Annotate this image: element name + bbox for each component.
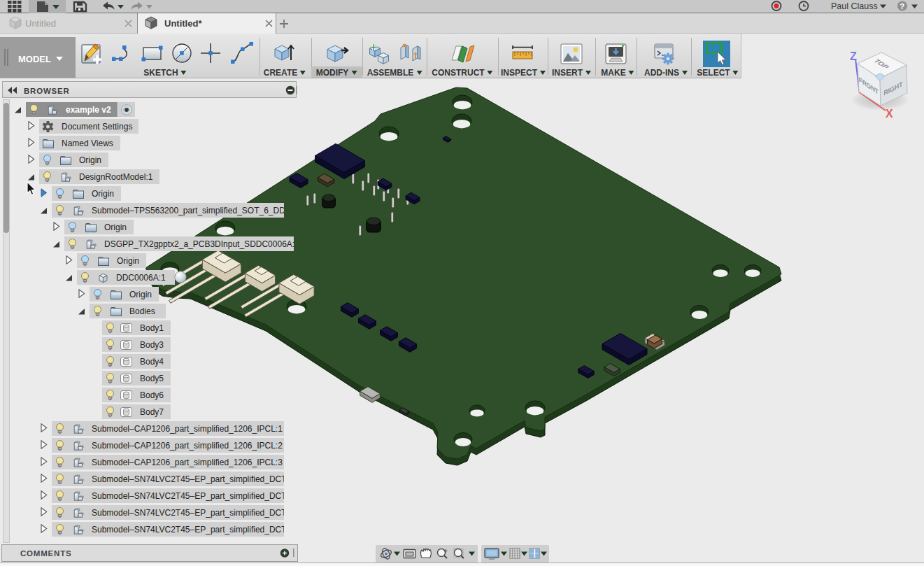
svg-text:X: X xyxy=(886,108,893,120)
svg-text:?: ? xyxy=(900,2,904,10)
svg-text:Paul Clauss: Paul Clauss xyxy=(831,1,878,11)
svg-text:Z: Z xyxy=(850,50,857,62)
svg-text:COMMENTS: COMMENTS xyxy=(20,549,71,558)
svg-text:BROWSER: BROWSER xyxy=(24,87,70,95)
svg-text:Untitled*: Untitled* xyxy=(164,18,202,29)
svg-text:Untitled: Untitled xyxy=(25,18,56,29)
